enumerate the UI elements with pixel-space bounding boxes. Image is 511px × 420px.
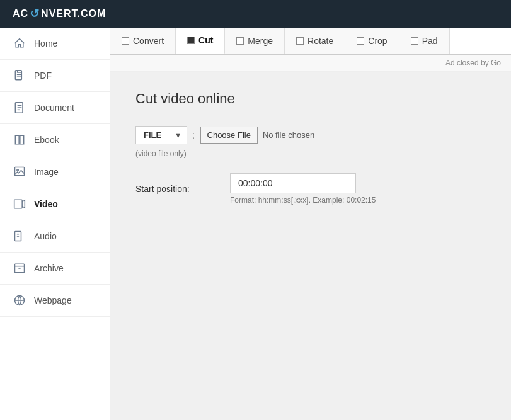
file-dropdown-label: FILE [136,127,169,144]
header: AC↺NVERT.COM [0,0,511,28]
sidebar-item-archive-label: Archive [34,263,64,273]
sidebar-item-pdf[interactable]: PDF [0,60,110,92]
tab-crop-checkbox [357,37,364,45]
tab-merge[interactable]: Merge [225,28,285,54]
tab-rotate-checkbox [296,37,304,45]
sidebar-item-ebook[interactable]: Ebook [0,124,110,156]
sidebar-item-archive[interactable]: Archive [0,253,110,285]
svg-rect-9 [14,200,23,208]
no-file-text: No file chosen [263,130,314,140]
archive-icon [13,261,26,275]
logo-rest: NVERT.COM [41,8,106,20]
ebook-icon [13,133,26,147]
page-title: Cut video online [135,91,486,107]
logo[interactable]: AC↺NVERT.COM [13,7,106,21]
file-field-group: FILE ▼ : Choose File No file chosen (vid… [135,126,314,158]
tab-crop-label: Crop [368,36,387,46]
file-upload-row: FILE ▼ : Choose File No file chosen (vid… [135,126,486,158]
tab-pad-checkbox [411,37,418,45]
ad-text: Ad closed by Go [445,59,501,67]
audio-icon [13,229,26,243]
choose-file-button[interactable]: Choose File [200,127,258,144]
svg-rect-0 [15,71,21,80]
dropdown-arrow-icon[interactable]: ▼ [169,128,187,143]
tab-convert-checkbox [122,37,129,45]
sidebar-item-audio[interactable]: Audio [0,220,110,253]
file-hint: (video file only) [135,149,314,158]
tab-cut-label: Cut [198,35,213,45]
sidebar-item-audio-label: Audio [34,231,57,241]
tab-rotate[interactable]: Rotate [285,28,345,54]
start-position-row: Start position: Format: hh:mm:ss[.xxx]. … [135,173,486,205]
sidebar-item-image[interactable]: Image [0,156,110,188]
page-content: Cut video online FILE ▼ : Choose File No… [110,72,511,420]
start-position-format-hint: Format: hh:mm:ss[.xxx]. Example: 00:02:1… [230,196,376,205]
tab-bar: ConvertCutMergeRotateCropPad [110,28,511,55]
tab-cut[interactable]: Cut [176,28,225,54]
start-position-label: Start position: [135,184,217,194]
video-icon [13,197,26,211]
tab-convert[interactable]: Convert [110,28,176,54]
pdf-icon [13,69,26,82]
format-hint-text: Format: hh:mm:ss[.xxx]. Example: [230,196,344,205]
format-hint-example: 00:02:15 [347,196,376,205]
image-icon [13,165,26,179]
tab-convert-label: Convert [133,36,164,46]
sidebar-item-webpage-label: Webpage [34,295,72,305]
logo-ac: AC [13,8,28,20]
sidebar-item-document[interactable]: Document [0,92,110,124]
tab-rotate-label: Rotate [307,36,333,46]
tab-pad[interactable]: Pad [399,28,450,54]
sidebar-item-home[interactable]: Home [0,28,110,60]
file-section: FILE ▼ : Choose File No file chosen [135,126,314,144]
logo-arrow-icon: ↺ [30,7,40,21]
tab-crop[interactable]: Crop [345,28,399,54]
sidebar-item-document-label: Document [34,103,74,113]
sidebar-item-webpage[interactable]: Webpage [0,285,110,317]
content-area: ConvertCutMergeRotateCropPad Ad closed b… [110,28,511,420]
sidebar: HomePDFDocumentEbookImageVideoAudioArchi… [0,28,110,420]
sidebar-item-video-label: Video [34,199,58,209]
sidebar-item-video[interactable]: Video [0,188,110,220]
ad-bar: Ad closed by Go [110,55,511,72]
home-icon [13,37,26,50]
file-dropdown[interactable]: FILE ▼ [135,126,187,144]
file-separator: : [192,130,195,141]
tab-cut-checkbox [187,37,195,44]
webpage-icon [13,293,26,307]
main-layout: HomePDFDocumentEbookImageVideoAudioArchi… [0,28,511,420]
sidebar-item-home-label: Home [34,38,57,48]
sidebar-item-pdf-label: PDF [34,71,52,81]
tab-pad-label: Pad [422,36,438,46]
document-icon [13,101,26,115]
tab-merge-label: Merge [248,36,273,46]
start-position-field-group: Format: hh:mm:ss[.xxx]. Example: 00:02:1… [230,173,376,205]
sidebar-item-image-label: Image [34,167,59,177]
svg-point-8 [17,169,18,171]
sidebar-item-ebook-label: Ebook [34,135,59,145]
start-position-input[interactable] [230,173,356,193]
tab-merge-checkbox [236,37,244,45]
